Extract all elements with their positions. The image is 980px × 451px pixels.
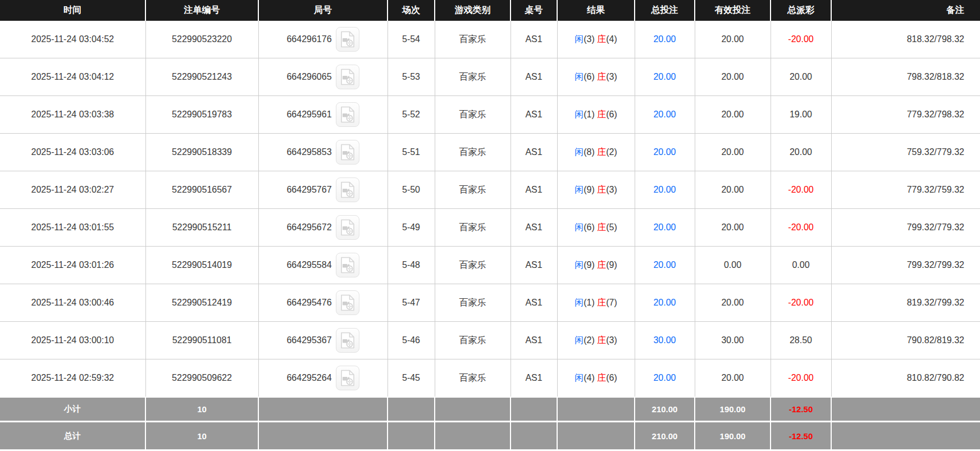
banker-result-value: (3) [606, 185, 617, 194]
valid-bet-cell: 20.00 [695, 58, 771, 96]
subtotal-empty-cell [510, 397, 557, 422]
time-cell: 2025-11-24 03:00:10 [0, 322, 145, 359]
table-no-cell: AS1 [510, 58, 557, 96]
valid-bet-cell: 20.00 [695, 359, 771, 398]
session-cell: 5-52 [388, 96, 435, 134]
total-payout-cell: -20.00 [771, 21, 831, 58]
player-result-value: (4) [584, 373, 595, 382]
bet-id-cell: 522990515211 [145, 209, 258, 247]
banker-result-value: (6) [606, 373, 617, 382]
player-result-value: (1) [584, 298, 595, 307]
remark-cell: 799.32/799.32 [831, 247, 980, 284]
video-replay-button[interactable] [336, 253, 359, 277]
subtotal-total-payout: -12.50 [771, 397, 831, 422]
banker-result-label: 庄 [597, 335, 606, 345]
player-result-label: 闲 [575, 373, 584, 382]
table-row: 2025-11-24 03:00:10522990511081664295367… [0, 322, 980, 359]
player-result-label: 闲 [575, 222, 584, 232]
video-replay-icon [340, 257, 355, 274]
remark-cell: 759.32/779.32 [831, 134, 980, 171]
result-cell: 闲(9) 庄(9) [557, 247, 635, 284]
round-no-wrap: 664296065 [286, 65, 359, 89]
total-empty-cell [831, 422, 980, 450]
total-bet-cell: 20.00 [635, 96, 695, 134]
table-no-cell: AS1 [510, 322, 557, 359]
video-replay-button[interactable] [336, 27, 359, 52]
total-empty-cell [388, 422, 435, 450]
banker-result-value: (2) [606, 147, 617, 157]
session-cell: 5-49 [388, 209, 435, 247]
video-replay-button[interactable] [336, 65, 359, 89]
col-header-table-no: 桌号 [510, 0, 557, 21]
table-row: 2025-11-24 03:04:52522990523220664296176… [0, 21, 980, 58]
total-empty-cell [510, 422, 557, 450]
time-cell: 2025-11-24 03:03:38 [0, 96, 145, 134]
total-total-bet: 210.00 [635, 422, 695, 450]
table-row: 2025-11-24 03:04:12522990521243664296065… [0, 58, 980, 96]
video-replay-button[interactable] [336, 290, 359, 315]
video-replay-button[interactable] [336, 102, 359, 127]
header-row: 时间注单编号局号场次游戏类别桌号结果总投注有效投注总派彩备注 [0, 0, 980, 21]
round-no: 664296176 [286, 34, 331, 44]
video-replay-button[interactable] [336, 366, 359, 390]
round-no-cell: 664295961 [258, 96, 388, 134]
result-cell: 闲(9) 庄(3) [557, 171, 635, 209]
col-header-remark: 备注 [831, 0, 980, 21]
valid-bet-cell: 20.00 [695, 96, 771, 134]
time-cell: 2025-11-24 03:02:27 [0, 171, 145, 209]
time-cell: 2025-11-24 03:03:06 [0, 134, 145, 171]
result-cell: 闲(2) 庄(3) [557, 322, 635, 359]
total-bet-cell: 20.00 [635, 21, 695, 58]
round-no-wrap: 664295853 [286, 140, 359, 165]
banker-result-value: (7) [606, 298, 617, 307]
total-bet-cell: 20.00 [635, 247, 695, 284]
banker-result-label: 庄 [597, 373, 606, 382]
video-replay-button[interactable] [336, 177, 359, 202]
player-result-value: (9) [584, 185, 595, 194]
round-no: 664295672 [286, 222, 331, 233]
video-replay-button[interactable] [336, 140, 359, 165]
valid-bet-cell: 20.00 [695, 209, 771, 247]
round-no: 664295367 [286, 335, 331, 345]
video-replay-button[interactable] [336, 328, 359, 353]
round-no-wrap: 664295672 [286, 215, 359, 240]
video-replay-icon [340, 69, 355, 85]
bet-id-cell: 522990521243 [145, 58, 258, 96]
session-cell: 5-48 [388, 247, 435, 284]
table-no-cell: AS1 [510, 134, 557, 171]
remark-cell: 819.32/799.32 [831, 284, 980, 322]
bet-id-cell: 522990511081 [145, 322, 258, 359]
total-row: 总计 10 210.00 190.00 -12.50 [0, 422, 980, 450]
col-header-round-no: 局号 [258, 0, 388, 21]
player-result-label: 闲 [575, 147, 584, 157]
session-cell: 5-50 [388, 171, 435, 209]
total-payout-cell: 20.00 [771, 134, 831, 171]
session-cell: 5-46 [388, 322, 435, 359]
total-bet-cell: 20.00 [635, 134, 695, 171]
time-cell: 2025-11-24 02:59:32 [0, 359, 145, 398]
col-header-valid-bet: 有效投注 [695, 0, 771, 21]
time-cell: 2025-11-24 03:01:26 [0, 247, 145, 284]
result-cell: 闲(4) 庄(6) [557, 359, 635, 398]
total-empty-cell [258, 422, 388, 450]
bet-history-table: 时间注单编号局号场次游戏类别桌号结果总投注有效投注总派彩备注 2025-11-2… [0, 0, 980, 449]
player-result-label: 闲 [575, 298, 584, 307]
round-no: 664296065 [286, 72, 331, 82]
game-type-cell: 百家乐 [435, 96, 510, 134]
remark-cell: 799.32/779.32 [831, 209, 980, 247]
player-result-value: (6) [584, 222, 595, 232]
video-replay-icon [340, 144, 355, 161]
result-cell: 闲(6) 庄(3) [557, 58, 635, 96]
player-result-label: 闲 [575, 110, 584, 119]
remark-cell: 790.82/819.32 [831, 322, 980, 359]
total-count: 10 [145, 422, 258, 450]
round-no-wrap: 664295961 [286, 102, 359, 127]
round-no-cell: 664295584 [258, 247, 388, 284]
table-row: 2025-11-24 03:02:27522990516567664295767… [0, 171, 980, 209]
banker-result-value: (4) [606, 34, 617, 44]
subtotal-empty-cell [388, 397, 435, 422]
video-replay-button[interactable] [336, 215, 359, 240]
round-no-cell: 664295853 [258, 134, 388, 171]
banker-result-label: 庄 [597, 222, 606, 232]
result-cell: 闲(1) 庄(7) [557, 284, 635, 322]
